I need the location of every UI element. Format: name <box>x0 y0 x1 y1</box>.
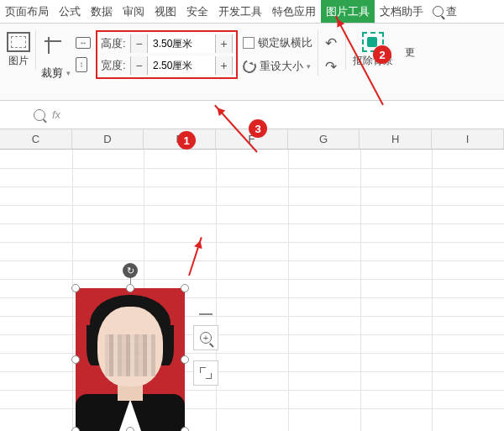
preview-icon[interactable] <box>34 109 45 121</box>
expand-button[interactable] <box>193 360 218 386</box>
zoom-button[interactable] <box>193 325 218 350</box>
size-group: 高度: − + 宽度: − + <box>96 30 238 79</box>
resize-handle-bl[interactable] <box>71 427 80 431</box>
selected-image[interactable]: ↻ <box>76 288 185 431</box>
picture-icon <box>7 32 30 52</box>
image-float-toolbar <box>193 313 218 386</box>
col-header[interactable]: C <box>0 129 72 149</box>
tab-data[interactable]: 数据 <box>86 0 118 24</box>
collapse-button[interactable] <box>193 313 218 315</box>
resize-handle-l[interactable] <box>71 355 80 364</box>
tab-review[interactable]: 审阅 <box>118 0 150 24</box>
height-label: 高度: <box>101 36 128 51</box>
col-header[interactable]: H <box>360 129 432 149</box>
width-stepper: − + <box>130 56 233 75</box>
tab-view[interactable]: 视图 <box>150 0 181 24</box>
reset-size-button[interactable]: 重设大小 ▾ <box>243 59 312 74</box>
tab-special[interactable]: 特色应用 <box>267 0 321 24</box>
reset-icon <box>241 58 259 76</box>
tab-dev-tools[interactable]: 开发工具 <box>213 0 267 24</box>
search-label: 查 <box>446 4 457 19</box>
flip-vertical-icon[interactable] <box>76 57 87 72</box>
annotation-callout-2: 2 <box>373 45 391 64</box>
tab-doc-helper[interactable]: 文档助手 <box>375 0 428 24</box>
checkbox-icon <box>243 37 255 49</box>
resize-handle-b[interactable] <box>126 427 134 431</box>
width-decrease[interactable]: − <box>131 56 148 75</box>
rotate-left-icon[interactable] <box>325 37 340 52</box>
col-header[interactable]: D <box>72 129 144 149</box>
spreadsheet-grid[interactable]: ↻ <box>0 150 504 431</box>
ribbon: 图片 裁剪 ▾ 高度: − + 宽度: − + <box>0 24 504 101</box>
width-increase[interactable]: + <box>215 56 232 75</box>
height-input[interactable] <box>148 34 215 53</box>
resize-handle-r[interactable] <box>181 355 189 364</box>
resize-handle-br[interactable] <box>181 427 189 431</box>
width-label: 宽度: <box>101 58 128 73</box>
more-button[interactable]: 更 <box>402 30 418 61</box>
height-decrease[interactable]: − <box>131 34 148 53</box>
chevron-down-icon: ▾ <box>307 62 311 71</box>
width-input[interactable] <box>148 56 215 75</box>
search-icon <box>433 6 444 17</box>
tab-bar: 页面布局 公式 数据 审阅 视图 安全 开发工具 特色应用 图片工具 文档助手 … <box>0 0 504 24</box>
tab-picture-tools[interactable]: 图片工具 <box>321 0 375 24</box>
tab-formula[interactable]: 公式 <box>54 0 86 24</box>
resize-handle-tr[interactable] <box>181 284 189 292</box>
rotate-handle[interactable]: ↻ <box>123 263 138 278</box>
flip-horizontal-icon[interactable] <box>76 37 91 49</box>
fx-label[interactable]: fx <box>52 108 60 121</box>
annotation-callout-3: 3 <box>249 119 267 138</box>
width-row: 宽度: − + <box>101 56 233 75</box>
search-button[interactable]: 查 <box>428 1 461 23</box>
crop-icon <box>45 37 65 57</box>
tab-security[interactable]: 安全 <box>181 0 213 24</box>
resize-handle-tl[interactable] <box>71 284 80 292</box>
expand-icon <box>200 367 212 379</box>
more-label: 更 <box>405 45 415 60</box>
annotation-callout-1: 1 <box>177 131 196 150</box>
lock-ratio-checkbox[interactable]: 锁定纵横比 <box>243 35 312 50</box>
picture-label: 图片 <box>8 54 29 68</box>
col-header[interactable]: I <box>432 129 504 149</box>
crop-label: 裁剪 <box>41 66 63 81</box>
zoom-icon <box>200 332 212 344</box>
height-row: 高度: − + <box>101 34 233 53</box>
chevron-down-icon[interactable]: ▾ <box>66 69 71 77</box>
minus-icon <box>199 313 213 315</box>
lock-ratio-label: 锁定纵横比 <box>258 35 312 50</box>
resize-handle-t[interactable] <box>126 284 134 292</box>
height-increase[interactable]: + <box>215 34 232 53</box>
rotate-right-icon[interactable] <box>325 60 340 76</box>
photo-content <box>76 288 185 431</box>
picture-button[interactable]: 图片 <box>3 30 36 70</box>
col-header[interactable]: G <box>288 129 360 149</box>
tab-page-layout[interactable]: 页面布局 <box>0 0 54 24</box>
reset-size-label: 重设大小 <box>260 59 303 74</box>
crop-button[interactable] <box>41 35 71 59</box>
height-stepper: − + <box>130 34 233 53</box>
